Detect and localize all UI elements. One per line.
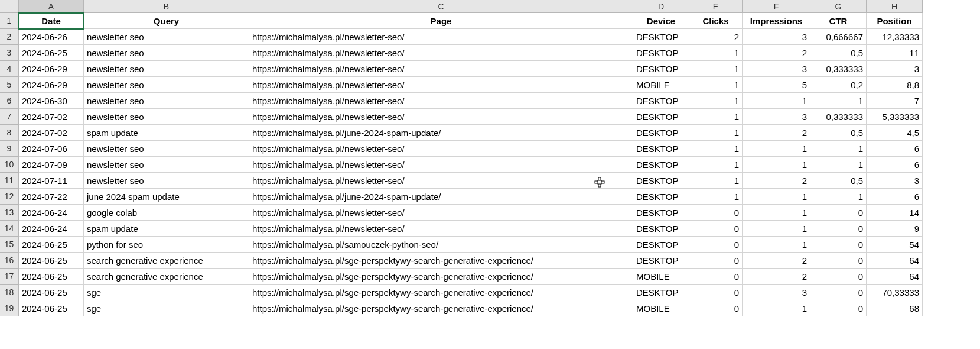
data-cell[interactable]: 7 [867, 93, 923, 109]
data-cell[interactable]: 2024-07-02 [19, 125, 84, 141]
data-cell[interactable]: 0,666667 [810, 29, 867, 45]
data-cell[interactable]: 2024-06-26 [19, 29, 84, 45]
data-cell[interactable]: 2024-06-25 [19, 285, 84, 300]
data-cell[interactable]: 2 [689, 29, 743, 45]
data-cell[interactable]: 1 [689, 141, 743, 157]
data-cell[interactable]: 0,333333 [810, 61, 867, 77]
header-cell-G[interactable]: CTR [810, 13, 867, 29]
data-cell[interactable]: 1 [743, 93, 810, 109]
data-cell[interactable]: 11 [867, 45, 923, 61]
data-cell[interactable]: newsletter seo [84, 93, 249, 109]
data-cell[interactable]: search generative experience [84, 269, 249, 285]
data-cell[interactable]: 0,333333 [810, 109, 867, 125]
data-cell[interactable]: 0 [810, 221, 867, 237]
data-cell[interactable]: 70,33333 [867, 285, 923, 300]
row-header-16[interactable]: 16 [0, 253, 19, 269]
data-cell[interactable]: 14 [867, 205, 923, 221]
data-cell[interactable]: 2 [743, 45, 810, 61]
data-cell[interactable]: 1 [689, 157, 743, 173]
data-cell[interactable]: 64 [867, 253, 923, 269]
data-cell[interactable]: 1 [810, 157, 867, 173]
data-cell[interactable]: newsletter seo [84, 77, 249, 93]
data-cell[interactable]: 2 [743, 173, 810, 189]
data-cell[interactable]: DESKTOP [633, 45, 689, 61]
data-cell[interactable]: DESKTOP [633, 93, 689, 109]
data-cell[interactable]: newsletter seo [84, 45, 249, 61]
data-cell[interactable]: 2024-06-25 [19, 237, 84, 253]
data-cell[interactable]: 1 [689, 189, 743, 205]
data-cell[interactable]: 64 [867, 269, 923, 285]
data-cell[interactable]: DESKTOP [633, 141, 689, 157]
data-cell[interactable]: DESKTOP [633, 61, 689, 77]
row-header-4[interactable]: 4 [0, 61, 19, 77]
data-cell[interactable]: DESKTOP [633, 285, 689, 300]
data-cell[interactable]: 3 [743, 61, 810, 77]
data-cell[interactable]: newsletter seo [84, 173, 249, 189]
data-cell[interactable]: https://michalmalysa.pl/newsletter-seo/ [249, 221, 633, 237]
row-header-6[interactable]: 6 [0, 93, 19, 109]
data-cell[interactable]: DESKTOP [633, 189, 689, 205]
data-cell[interactable]: newsletter seo [84, 61, 249, 77]
header-cell-B[interactable]: Query [84, 13, 249, 29]
data-cell[interactable]: DESKTOP [633, 173, 689, 189]
data-cell[interactable]: https://michalmalysa.pl/newsletter-seo/ [249, 205, 633, 221]
data-cell[interactable]: 2024-07-22 [19, 189, 84, 205]
data-cell[interactable]: newsletter seo [84, 157, 249, 173]
data-cell[interactable]: 0 [810, 300, 867, 316]
data-cell[interactable]: https://michalmalysa.pl/newsletter-seo/ [249, 173, 633, 189]
data-cell[interactable]: 1 [743, 221, 810, 237]
data-cell[interactable]: 1 [810, 93, 867, 109]
row-header-17[interactable]: 17 [0, 269, 19, 285]
data-cell[interactable]: 0 [689, 253, 743, 269]
data-cell[interactable]: https://michalmalysa.pl/june-2024-spam-u… [249, 125, 633, 141]
data-cell[interactable]: 1 [689, 77, 743, 93]
row-header-11[interactable]: 11 [0, 173, 19, 189]
data-cell[interactable]: https://michalmalysa.pl/newsletter-seo/ [249, 141, 633, 157]
data-cell[interactable]: 3 [743, 285, 810, 300]
data-cell[interactable]: https://michalmalysa.pl/samouczek-python… [249, 237, 633, 253]
data-cell[interactable]: 1 [810, 189, 867, 205]
data-cell[interactable]: DESKTOP [633, 125, 689, 141]
row-header-19[interactable]: 19 [0, 300, 19, 316]
data-cell[interactable]: 0 [810, 285, 867, 300]
data-cell[interactable]: 0,5 [810, 45, 867, 61]
data-cell[interactable]: 0,5 [810, 173, 867, 189]
data-cell[interactable]: 0 [689, 300, 743, 316]
data-cell[interactable]: newsletter seo [84, 141, 249, 157]
column-header-B[interactable]: B [84, 0, 249, 13]
data-cell[interactable]: https://michalmalysa.pl/newsletter-seo/ [249, 45, 633, 61]
data-cell[interactable]: newsletter seo [84, 109, 249, 125]
data-cell[interactable]: 2024-06-24 [19, 221, 84, 237]
data-cell[interactable]: 1 [689, 173, 743, 189]
data-cell[interactable]: 2024-06-25 [19, 269, 84, 285]
data-cell[interactable]: 54 [867, 237, 923, 253]
header-cell-D[interactable]: Device [633, 13, 689, 29]
data-cell[interactable]: 0 [689, 237, 743, 253]
data-cell[interactable]: MOBILE [633, 300, 689, 316]
data-cell[interactable]: https://michalmalysa.pl/newsletter-seo/ [249, 77, 633, 93]
data-cell[interactable]: 0 [810, 253, 867, 269]
data-cell[interactable]: DESKTOP [633, 109, 689, 125]
data-cell[interactable]: 2024-06-29 [19, 77, 84, 93]
row-header-3[interactable]: 3 [0, 45, 19, 61]
data-cell[interactable]: 1 [743, 300, 810, 316]
data-cell[interactable]: DESKTOP [633, 221, 689, 237]
data-cell[interactable]: 3 [743, 29, 810, 45]
row-header-2[interactable]: 2 [0, 29, 19, 45]
data-cell[interactable]: 6 [867, 189, 923, 205]
data-cell[interactable]: DESKTOP [633, 253, 689, 269]
row-header-7[interactable]: 7 [0, 109, 19, 125]
data-cell[interactable]: 2024-07-06 [19, 141, 84, 157]
data-cell[interactable]: 0,2 [810, 77, 867, 93]
data-cell[interactable]: 68 [867, 300, 923, 316]
data-cell[interactable]: DESKTOP [633, 205, 689, 221]
data-cell[interactable]: google colab [84, 205, 249, 221]
row-header-10[interactable]: 10 [0, 157, 19, 173]
data-cell[interactable]: 2 [743, 253, 810, 269]
data-cell[interactable]: 12,33333 [867, 29, 923, 45]
data-cell[interactable]: 0 [810, 269, 867, 285]
data-cell[interactable]: https://michalmalysa.pl/newsletter-seo/ [249, 93, 633, 109]
data-cell[interactable]: 1 [689, 109, 743, 125]
data-cell[interactable]: https://michalmalysa.pl/sge-perspektywy-… [249, 269, 633, 285]
header-cell-F[interactable]: Impressions [743, 13, 810, 29]
